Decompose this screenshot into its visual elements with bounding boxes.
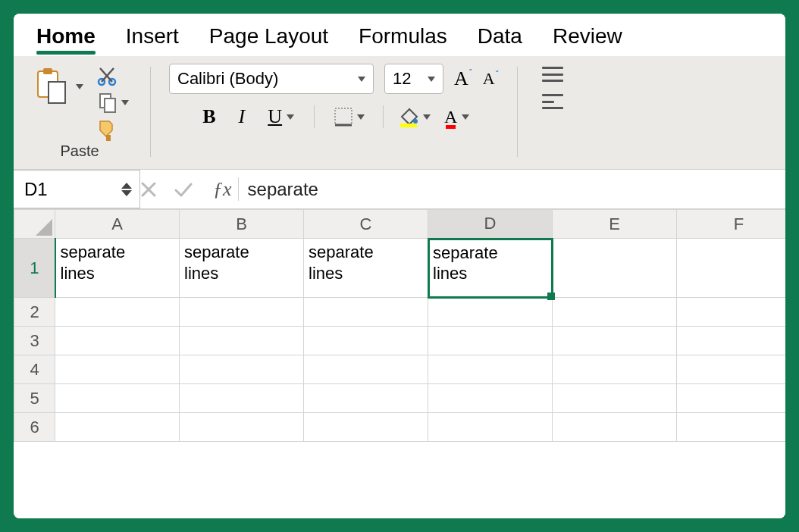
tab-formulas[interactable]: Formulas	[359, 24, 447, 53]
cancel-formula-button[interactable]	[140, 181, 174, 198]
cell-A4[interactable]	[55, 355, 180, 384]
row-header-6[interactable]: 6	[14, 413, 55, 442]
row-2: 2	[14, 298, 786, 327]
cell-E1[interactable]	[553, 239, 677, 298]
cell-E2[interactable]	[553, 298, 677, 327]
cell-A6[interactable]	[55, 413, 180, 442]
row-3: 3	[14, 327, 786, 355]
cell-D3[interactable]	[428, 327, 553, 355]
tab-home[interactable]: Home	[36, 24, 96, 53]
cell-B5[interactable]	[180, 384, 304, 413]
svg-rect-1	[43, 68, 52, 74]
col-header-C[interactable]: C	[304, 210, 428, 239]
col-header-F[interactable]: F	[677, 210, 786, 239]
cell-F3[interactable]	[677, 327, 786, 355]
bold-button[interactable]: B	[198, 105, 220, 128]
x-icon	[140, 181, 157, 198]
cell-D4[interactable]	[428, 355, 553, 384]
cell-F4[interactable]	[677, 355, 786, 384]
cell-C4[interactable]	[304, 355, 428, 384]
cell-B3[interactable]	[180, 327, 304, 355]
row-header-5[interactable]: 5	[14, 384, 55, 413]
cell-E5[interactable]	[553, 384, 677, 413]
col-header-E[interactable]: E	[553, 210, 677, 239]
tab-page-layout[interactable]: Page Layout	[209, 24, 328, 53]
ribbon-tabs: Home Insert Page Layout Formulas Data Re…	[14, 14, 785, 56]
cell-C3[interactable]	[304, 327, 428, 355]
cell-F2[interactable]	[677, 298, 786, 327]
cell-A1[interactable]: separate lines	[55, 239, 180, 298]
fx-label[interactable]: ƒx	[207, 178, 238, 201]
row-header-1[interactable]: 1	[14, 239, 55, 298]
cell-F5[interactable]	[677, 384, 786, 413]
cell-E6[interactable]	[553, 413, 677, 442]
cell-B6[interactable]	[180, 413, 304, 442]
enter-formula-button[interactable]	[174, 181, 207, 198]
cell-C6[interactable]	[304, 413, 428, 442]
cell-A2[interactable]	[55, 298, 180, 327]
cell-D2[interactable]	[428, 298, 553, 327]
check-icon	[174, 181, 193, 198]
cell-B1[interactable]: separate lines	[180, 239, 304, 298]
name-box-stepper[interactable]	[121, 183, 132, 196]
increase-font-button[interactable]: Aˆ	[454, 67, 472, 90]
cell-A5[interactable]	[55, 384, 180, 413]
cell-C2[interactable]	[304, 298, 428, 327]
underline-button[interactable]: U	[263, 105, 299, 128]
cell-A3[interactable]	[55, 327, 180, 355]
decrease-font-button[interactable]: Aˇ	[483, 69, 499, 89]
cell-D1[interactable]: separate lines	[428, 239, 553, 298]
svg-line-6	[100, 68, 112, 82]
italic-button[interactable]: I	[234, 105, 250, 128]
cell-C1[interactable]: separate lines	[304, 239, 428, 298]
cell-B2[interactable]	[180, 298, 304, 327]
row-6: 6	[14, 413, 786, 442]
name-box[interactable]: D1	[14, 170, 140, 208]
clipboard-group: Paste	[27, 64, 132, 160]
col-header-A[interactable]: A	[55, 210, 180, 239]
copy-icon	[96, 91, 118, 114]
svg-rect-2	[49, 82, 65, 103]
tab-review[interactable]: Review	[553, 24, 622, 53]
ribbon: Paste Calibri (Body) 12 Aˆ Aˇ B I U	[14, 56, 785, 170]
alignment-group	[536, 64, 569, 160]
paste-button[interactable]	[27, 64, 86, 109]
cell-F1[interactable]	[677, 239, 786, 298]
col-header-B[interactable]: B	[180, 210, 304, 239]
borders-button[interactable]	[330, 105, 368, 129]
font-size-value: 12	[393, 69, 411, 89]
cell-D6[interactable]	[428, 413, 553, 442]
fill-color-button[interactable]	[399, 108, 431, 126]
row-header-4[interactable]: 4	[14, 355, 55, 384]
row-header-3[interactable]: 3	[14, 327, 55, 355]
format-painter-button[interactable]	[92, 115, 132, 144]
cut-button[interactable]	[92, 64, 132, 89]
paste-label: Paste	[60, 142, 99, 160]
row-header-2[interactable]: 2	[14, 298, 55, 327]
name-box-value: D1	[24, 179, 48, 200]
font-color-button[interactable]: A	[444, 107, 469, 127]
svg-rect-10	[335, 108, 352, 125]
cell-F6[interactable]	[677, 413, 786, 442]
select-all-corner[interactable]	[14, 210, 55, 239]
cell-D5[interactable]	[428, 384, 553, 413]
cell-E4[interactable]	[553, 355, 677, 384]
cell-E3[interactable]	[553, 327, 677, 355]
font-name-select[interactable]: Calibri (Body)	[169, 64, 374, 94]
cell-B4[interactable]	[180, 355, 304, 384]
cell-C5[interactable]	[304, 384, 428, 413]
tab-insert[interactable]: Insert	[126, 24, 179, 53]
borders-icon	[333, 106, 354, 127]
column-header-row: A B C D E F	[14, 210, 786, 239]
svg-rect-9	[106, 135, 111, 141]
font-size-select[interactable]: 12	[384, 64, 443, 94]
svg-rect-8	[105, 99, 115, 112]
row-4: 4	[14, 355, 786, 384]
tab-data[interactable]: Data	[478, 24, 522, 53]
align-left-button[interactable]	[542, 94, 563, 109]
align-justify-button[interactable]	[542, 67, 563, 82]
copy-button[interactable]	[92, 89, 132, 115]
formula-input[interactable]: separate	[239, 179, 785, 200]
col-header-D[interactable]: D	[428, 210, 553, 239]
paintbrush-icon	[96, 117, 121, 142]
